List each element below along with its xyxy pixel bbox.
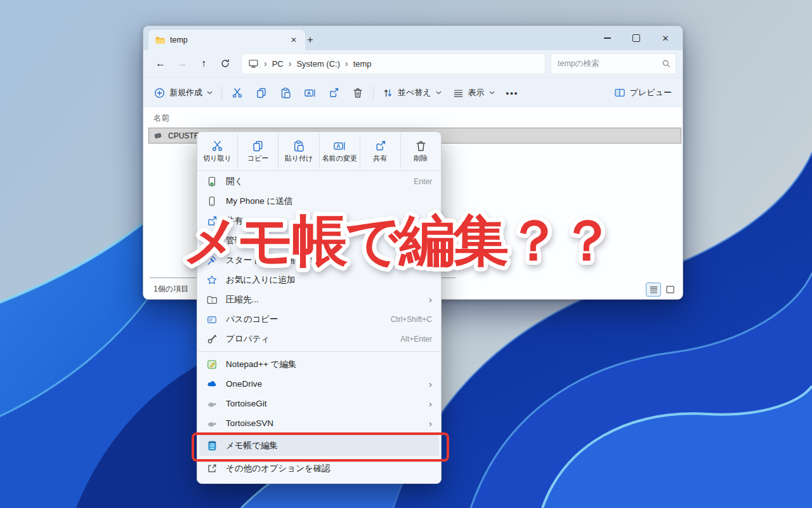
search-box (551, 53, 676, 74)
menu-item-tortoisegit[interactable]: TortoiseGit › (197, 394, 441, 413)
preview-button-label: プレビュー (630, 87, 672, 98)
quick-cut-button[interactable]: 切り取り (197, 133, 238, 169)
menu-item-copy-path[interactable]: パスのコピー Ctrl+Shift+C (197, 309, 441, 329)
new-tab-button[interactable]: + (302, 32, 318, 48)
paste-button[interactable] (273, 82, 298, 104)
address-bar-row: ← → ↑ › PC › System (C:) › temp (143, 50, 683, 77)
up-button[interactable]: ↑ (193, 53, 214, 74)
copy-path-icon (206, 314, 218, 325)
preview-button[interactable]: プレビュー (608, 82, 678, 104)
sort-button[interactable]: 並べ替え (377, 82, 447, 104)
back-button[interactable]: ← (150, 53, 171, 74)
quick-share-label: 共有 (373, 154, 387, 163)
window-controls: ✕ (593, 26, 680, 50)
search-input[interactable] (556, 58, 662, 69)
menu-item-run-as-admin[interactable]: 管理者として実行 (197, 231, 441, 250)
chevron-down-icon (489, 91, 495, 95)
ellipsis-icon: ••• (506, 88, 519, 98)
copy-button[interactable] (249, 82, 273, 104)
executable-file-icon (153, 131, 163, 140)
item-count-label: 1個の項目 (154, 284, 188, 295)
breadcrumb-item-pc[interactable]: PC (272, 59, 284, 69)
command-toolbar: 新規作成 (143, 77, 683, 109)
onedrive-cloud-icon (206, 378, 218, 390)
quick-share-button[interactable]: 共有 (360, 133, 401, 169)
cut-icon (211, 140, 223, 152)
close-icon: ✕ (662, 34, 669, 43)
menu-item-send-to-phone[interactable]: My Phone に送信 (197, 191, 441, 211)
tab-temp[interactable]: temp ✕ (148, 30, 305, 50)
menu-item-edit-with-notepadpp[interactable]: Notepad++ で編集 (197, 354, 441, 374)
pin-icon (206, 255, 218, 266)
minimize-icon (604, 37, 611, 38)
new-button[interactable]: 新規作成 (148, 82, 218, 104)
quick-cut-label: 切り取り (203, 154, 232, 163)
highlight-box-annotation (192, 432, 449, 462)
submenu-chevron-icon: › (429, 378, 432, 389)
sort-icon (383, 88, 393, 98)
breadcrumb: › PC › System (C:) › temp (241, 53, 546, 74)
menu-item-compress-to[interactable]: 圧縮先... › (197, 290, 441, 309)
quick-paste-button[interactable]: 貼り付け (278, 133, 319, 169)
view-button[interactable]: 表示 (447, 82, 501, 104)
expand-options-icon (206, 463, 218, 474)
open-file-icon (206, 176, 218, 187)
preview-pane-icon (614, 88, 625, 98)
refresh-icon (220, 58, 230, 69)
wrench-icon (206, 333, 218, 345)
large-icons-view-toggle[interactable] (662, 283, 678, 297)
cut-button[interactable] (225, 82, 249, 104)
quick-delete-button[interactable]: 削除 (401, 133, 441, 169)
phone-icon (206, 196, 218, 207)
menu-item-add-to-favorites[interactable]: お気に入りに追加 (197, 270, 441, 290)
menu-item-open[interactable]: 開く Enter (197, 171, 441, 191)
breadcrumb-chevron: › (289, 58, 292, 69)
view-button-label: 表示 (468, 87, 485, 98)
breadcrumb-item-temp[interactable]: temp (353, 59, 372, 69)
column-header-name[interactable]: 名前 (154, 113, 169, 124)
tab-close-icon[interactable]: ✕ (289, 36, 299, 44)
rename-icon: A (304, 87, 316, 98)
quick-paste-label: 貼り付け (285, 154, 313, 163)
details-view-toggle[interactable] (646, 283, 661, 297)
zip-folder-icon (206, 294, 218, 305)
device-icon (248, 58, 259, 69)
menu-item-onedrive[interactable]: OneDrive › (197, 374, 441, 394)
maximize-button[interactable] (622, 26, 651, 50)
rename-button[interactable]: A (298, 82, 322, 104)
breadcrumb-item-drive[interactable]: System (C:) (296, 59, 340, 69)
tab-title: temp (170, 36, 284, 44)
breadcrumb-chevron: › (345, 58, 348, 69)
breadcrumb-chevron: › (264, 58, 267, 69)
large-icons-view-icon (666, 286, 674, 293)
forward-button[interactable]: → (171, 53, 193, 74)
chevron-down-icon (436, 91, 442, 95)
menu-item-properties[interactable]: プロパティ Alt+Enter (197, 329, 441, 349)
details-view-icon (650, 286, 658, 293)
menu-item-pin-to-start[interactable]: スタートにピン留めする (197, 250, 441, 270)
turtle-icon (206, 418, 218, 429)
maximize-icon (632, 34, 640, 42)
close-button[interactable]: ✕ (651, 26, 680, 50)
quick-rename-button[interactable]: A 名前の変更 (320, 133, 360, 169)
refresh-button[interactable] (214, 53, 236, 74)
sort-button-label: 並べ替え (398, 87, 431, 98)
share-icon (206, 215, 218, 227)
menu-item-share[interactable]: 共有 (197, 211, 441, 231)
turtle-icon (206, 398, 218, 410)
share-button[interactable] (322, 82, 346, 104)
more-options-button[interactable]: ••• (501, 82, 525, 104)
minimize-button[interactable] (593, 26, 622, 50)
svg-text:A: A (336, 143, 340, 149)
rename-icon: A (333, 140, 346, 152)
menu-item-tortoisesvn[interactable]: TortoiseSVN › (197, 413, 441, 433)
tab-strip: temp ✕ + ✕ (143, 26, 683, 50)
quick-copy-label: コピー (247, 154, 269, 163)
quick-copy-button[interactable]: コピー (238, 133, 278, 169)
search-icon (662, 59, 671, 68)
quick-rename-label: 名前の変更 (322, 154, 357, 163)
cut-icon (232, 87, 243, 98)
submenu-chevron-icon: › (429, 418, 432, 429)
delete-button[interactable] (346, 82, 370, 104)
shield-icon (206, 235, 218, 246)
